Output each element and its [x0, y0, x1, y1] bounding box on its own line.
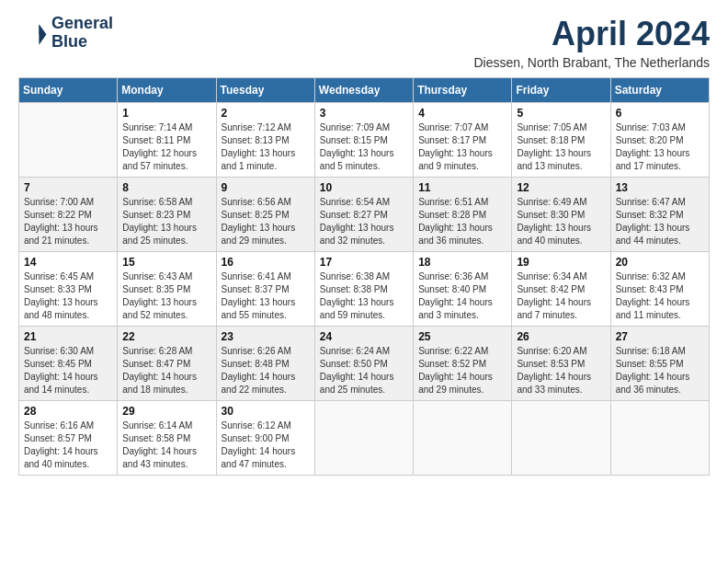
month-title: April 2024: [473, 15, 710, 53]
weekday-thursday: Thursday: [414, 78, 512, 103]
weekday-sunday: Sunday: [19, 78, 118, 103]
day-number: 11: [418, 181, 506, 194]
day-info: Sunrise: 7:00 AMSunset: 8:22 PMDaylight:…: [24, 196, 112, 247]
weekday-header-row: SundayMondayTuesdayWednesdayThursdayFrid…: [19, 78, 710, 103]
day-number: 9: [222, 181, 310, 194]
day-info: Sunrise: 6:26 AMSunset: 8:48 PMDaylight:…: [222, 345, 310, 396]
week-row-4: 21Sunrise: 6:30 AMSunset: 8:45 PMDayligh…: [19, 327, 710, 401]
day-info: Sunrise: 6:51 AMSunset: 8:28 PMDaylight:…: [418, 196, 506, 247]
page-header: General Blue April 2024 Diessen, North B…: [18, 15, 710, 70]
calendar-cell: 27Sunrise: 6:18 AMSunset: 8:55 PMDayligh…: [610, 327, 709, 401]
calendar-cell: 29Sunrise: 6:14 AMSunset: 8:58 PMDayligh…: [118, 401, 216, 476]
calendar-cell: [414, 401, 512, 476]
day-number: 17: [320, 256, 408, 269]
calendar-cell: 14Sunrise: 6:45 AMSunset: 8:33 PMDayligh…: [19, 252, 118, 327]
day-number: 6: [616, 107, 704, 120]
calendar-cell: 10Sunrise: 6:54 AMSunset: 8:27 PMDayligh…: [314, 178, 413, 252]
calendar-cell: [610, 401, 709, 476]
calendar-cell: 1Sunrise: 7:14 AMSunset: 8:11 PMDaylight…: [118, 103, 216, 178]
day-number: 30: [222, 405, 310, 418]
day-number: 8: [122, 181, 210, 194]
calendar-cell: 21Sunrise: 6:30 AMSunset: 8:45 PMDayligh…: [19, 327, 118, 401]
calendar-cell: [19, 103, 118, 178]
day-info: Sunrise: 6:58 AMSunset: 8:23 PMDaylight:…: [122, 196, 210, 247]
day-info: Sunrise: 6:20 AMSunset: 8:53 PMDaylight:…: [517, 345, 605, 396]
day-info: Sunrise: 7:12 AMSunset: 8:13 PMDaylight:…: [222, 121, 310, 173]
day-number: 10: [320, 181, 408, 194]
day-number: 21: [24, 330, 112, 343]
day-info: Sunrise: 7:05 AMSunset: 8:18 PMDaylight:…: [517, 121, 605, 173]
calendar: SundayMondayTuesdayWednesdayThursdayFrid…: [18, 77, 710, 476]
week-row-1: 1Sunrise: 7:14 AMSunset: 8:11 PMDaylight…: [19, 103, 710, 178]
day-info: Sunrise: 6:34 AMSunset: 8:42 PMDaylight:…: [517, 270, 605, 322]
weekday-tuesday: Tuesday: [216, 78, 314, 103]
day-number: 4: [418, 107, 506, 120]
calendar-cell: 2Sunrise: 7:12 AMSunset: 8:13 PMDaylight…: [216, 103, 314, 178]
calendar-cell: 30Sunrise: 6:12 AMSunset: 9:00 PMDayligh…: [216, 401, 314, 476]
day-info: Sunrise: 7:07 AMSunset: 8:17 PMDaylight:…: [418, 121, 506, 173]
day-number: 19: [517, 256, 605, 269]
day-info: Sunrise: 6:18 AMSunset: 8:55 PMDaylight:…: [616, 345, 704, 396]
calendar-cell: 22Sunrise: 6:28 AMSunset: 8:47 PMDayligh…: [118, 327, 216, 401]
calendar-cell: 16Sunrise: 6:41 AMSunset: 8:37 PMDayligh…: [216, 252, 314, 327]
calendar-cell: 19Sunrise: 6:34 AMSunset: 8:42 PMDayligh…: [512, 252, 610, 327]
calendar-cell: 25Sunrise: 6:22 AMSunset: 8:52 PMDayligh…: [414, 327, 512, 401]
day-info: Sunrise: 6:38 AMSunset: 8:38 PMDaylight:…: [320, 270, 408, 322]
day-number: 14: [24, 256, 112, 269]
day-number: 20: [616, 256, 704, 269]
day-info: Sunrise: 6:30 AMSunset: 8:45 PMDaylight:…: [24, 345, 112, 396]
day-info: Sunrise: 6:24 AMSunset: 8:50 PMDaylight:…: [320, 345, 408, 396]
calendar-cell: 6Sunrise: 7:03 AMSunset: 8:20 PMDaylight…: [610, 103, 709, 178]
day-info: Sunrise: 6:56 AMSunset: 8:25 PMDaylight:…: [222, 196, 310, 247]
day-number: 23: [222, 330, 310, 343]
day-info: Sunrise: 6:16 AMSunset: 8:57 PMDaylight:…: [24, 419, 112, 471]
day-info: Sunrise: 7:03 AMSunset: 8:20 PMDaylight:…: [616, 121, 704, 173]
day-number: 15: [122, 256, 210, 269]
day-number: 22: [122, 330, 210, 343]
day-number: 27: [616, 330, 704, 343]
calendar-cell: 26Sunrise: 6:20 AMSunset: 8:53 PMDayligh…: [512, 327, 610, 401]
calendar-cell: 9Sunrise: 6:56 AMSunset: 8:25 PMDaylight…: [216, 178, 314, 252]
calendar-cell: [512, 401, 610, 476]
logo-icon: [18, 18, 48, 48]
calendar-cell: 5Sunrise: 7:05 AMSunset: 8:18 PMDaylight…: [512, 103, 610, 178]
day-info: Sunrise: 6:14 AMSunset: 8:58 PMDaylight:…: [122, 419, 210, 471]
day-info: Sunrise: 6:28 AMSunset: 8:47 PMDaylight:…: [122, 345, 210, 396]
day-info: Sunrise: 6:32 AMSunset: 8:43 PMDaylight:…: [616, 270, 704, 322]
day-number: 7: [24, 181, 112, 194]
day-info: Sunrise: 6:22 AMSunset: 8:52 PMDaylight:…: [418, 345, 506, 396]
day-number: 29: [122, 405, 210, 418]
calendar-cell: 12Sunrise: 6:49 AMSunset: 8:30 PMDayligh…: [512, 178, 610, 252]
day-number: 26: [517, 330, 605, 343]
weekday-monday: Monday: [118, 78, 216, 103]
calendar-cell: 28Sunrise: 6:16 AMSunset: 8:57 PMDayligh…: [19, 401, 118, 476]
day-number: 13: [616, 181, 704, 194]
calendar-cell: 11Sunrise: 6:51 AMSunset: 8:28 PMDayligh…: [414, 178, 512, 252]
day-number: 1: [122, 107, 210, 120]
day-info: Sunrise: 6:54 AMSunset: 8:27 PMDaylight:…: [320, 196, 408, 247]
day-number: 12: [517, 181, 605, 194]
calendar-cell: 8Sunrise: 6:58 AMSunset: 8:23 PMDaylight…: [118, 178, 216, 252]
day-info: Sunrise: 6:41 AMSunset: 8:37 PMDaylight:…: [222, 270, 310, 322]
day-info: Sunrise: 7:09 AMSunset: 8:15 PMDaylight:…: [320, 121, 408, 173]
weekday-wednesday: Wednesday: [314, 78, 413, 103]
day-info: Sunrise: 6:36 AMSunset: 8:40 PMDaylight:…: [418, 270, 506, 322]
week-row-3: 14Sunrise: 6:45 AMSunset: 8:33 PMDayligh…: [19, 252, 710, 327]
calendar-cell: 3Sunrise: 7:09 AMSunset: 8:15 PMDaylight…: [314, 103, 413, 178]
day-number: 3: [320, 107, 408, 120]
calendar-cell: 17Sunrise: 6:38 AMSunset: 8:38 PMDayligh…: [314, 252, 413, 327]
svg-marker-1: [39, 24, 46, 44]
week-row-2: 7Sunrise: 7:00 AMSunset: 8:22 PMDaylight…: [19, 178, 710, 252]
title-area: April 2024 Diessen, North Brabant, The N…: [473, 15, 710, 70]
calendar-cell: 4Sunrise: 7:07 AMSunset: 8:17 PMDaylight…: [414, 103, 512, 178]
calendar-cell: 15Sunrise: 6:43 AMSunset: 8:35 PMDayligh…: [118, 252, 216, 327]
day-number: 5: [517, 107, 605, 120]
day-number: 25: [418, 330, 506, 343]
week-row-5: 28Sunrise: 6:16 AMSunset: 8:57 PMDayligh…: [19, 401, 710, 476]
logo-text: General Blue: [51, 15, 113, 52]
day-number: 16: [222, 256, 310, 269]
calendar-cell: 20Sunrise: 6:32 AMSunset: 8:43 PMDayligh…: [610, 252, 709, 327]
day-info: Sunrise: 7:14 AMSunset: 8:11 PMDaylight:…: [122, 121, 210, 173]
weekday-friday: Friday: [512, 78, 610, 103]
day-info: Sunrise: 6:43 AMSunset: 8:35 PMDaylight:…: [122, 270, 210, 322]
